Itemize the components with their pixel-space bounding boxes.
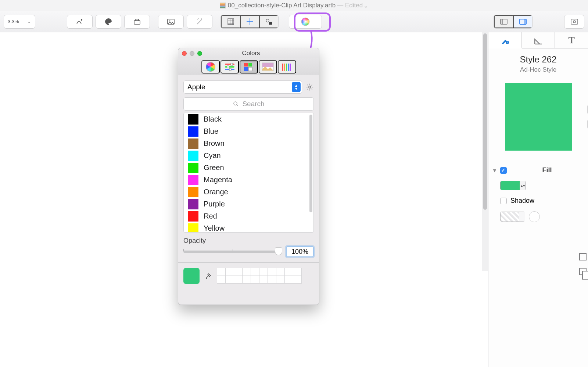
fill-section-label: Fill (510, 166, 584, 174)
svg-rect-27 (282, 64, 283, 71)
canvas-vertical-scrollbar[interactable] (482, 32, 488, 271)
color-list-item[interactable]: Cyan (184, 150, 313, 162)
inspector-tab-text[interactable]: T (555, 32, 588, 48)
preferences-button[interactable] (564, 15, 584, 29)
text-icon: T (569, 35, 575, 46)
opacity-label: Opacity (183, 237, 314, 245)
color-search-input[interactable]: Search (183, 97, 314, 111)
color-list-scrollbar[interactable] (309, 115, 312, 212)
grid-icon (226, 17, 235, 26)
title-chevron-down-icon[interactable]: ⌄ (363, 2, 368, 9)
color-list-item[interactable]: Purple (184, 198, 313, 210)
guides-toggle-button[interactable] (240, 15, 259, 28)
bounds-double-icon[interactable] (579, 268, 587, 275)
palette-select[interactable]: Apple ▲▼ (183, 80, 302, 94)
grid-toggle-button[interactable] (221, 15, 240, 28)
angle-knob[interactable] (529, 211, 540, 222)
colors-mode-toolbar (178, 58, 319, 75)
image-palettes-tab[interactable] (259, 60, 277, 73)
magic-wand-icon (195, 17, 204, 26)
fill-section-header[interactable]: ▼ ✓ Fill (492, 166, 584, 179)
color-sliders-tab[interactable] (220, 60, 239, 73)
pencils-tab[interactable] (278, 60, 296, 73)
color-chip (188, 114, 198, 125)
current-color-swatch[interactable] (183, 268, 200, 284)
left-panel-toggle-button[interactable] (494, 15, 513, 28)
inspector-panel: i T Style 262 Ad-Hoc Style (488, 32, 588, 367)
color-palettes-tab[interactable] (240, 60, 258, 73)
svg-rect-20 (229, 68, 231, 71)
document-icon (220, 3, 226, 8)
stepper-icon[interactable]: ▴▾ (520, 181, 526, 190)
color-wheel-icon (205, 61, 216, 72)
opacity-slider[interactable] (183, 251, 282, 253)
zoom-level-button[interactable]: 3.3% ⌄ (4, 15, 35, 29)
pencils-icon (282, 62, 293, 72)
opacity-value-field[interactable]: 100% (286, 246, 314, 257)
disclosure-triangle-icon[interactable]: ▼ (492, 168, 497, 173)
inspector-tab-geometry[interactable] (522, 32, 555, 48)
fill-enabled-checkbox[interactable]: ✓ (500, 167, 507, 174)
color-chip (188, 163, 198, 173)
colors-body: Apple ▲▼ Search BlackBlueBrownCyanGreenM… (178, 75, 319, 262)
color-list-item[interactable]: Orange (184, 186, 313, 198)
color-chip (188, 187, 198, 197)
colors-window-title: Colors (187, 50, 315, 57)
color-chip (188, 211, 198, 222)
eyedropper-button[interactable] (205, 272, 212, 280)
color-wheel-tab[interactable] (201, 60, 220, 73)
color-chip (188, 126, 198, 137)
colors-tool-button[interactable] (289, 15, 322, 29)
opacity-well[interactable] (500, 212, 525, 222)
color-chip (188, 151, 198, 161)
paint-tool-button[interactable] (96, 15, 121, 29)
color-list-item[interactable]: Magenta (184, 174, 313, 186)
palette-selected-label: Apple (187, 83, 205, 91)
inspector-tabs: i T (488, 32, 588, 48)
inspector-tab-style[interactable]: i (488, 32, 522, 48)
document-edited-status[interactable]: — Edited (337, 2, 363, 9)
saved-swatches-grid[interactable] (217, 268, 314, 284)
effects-tool-button[interactable] (187, 15, 212, 29)
library-tool-button[interactable] (124, 15, 150, 29)
draw-tool-button[interactable] (67, 15, 93, 29)
color-list-item[interactable]: Brown (184, 137, 313, 150)
color-list-item[interactable]: Black (184, 113, 313, 125)
color-name-label: Yellow (204, 224, 225, 233)
window-close-button[interactable] (182, 51, 187, 56)
color-name-label: Red (204, 212, 217, 220)
color-list-item[interactable]: Green (184, 162, 313, 174)
bounds-single-icon[interactable] (579, 253, 587, 260)
svg-rect-30 (288, 64, 289, 71)
panel-toggle-segmented (494, 15, 533, 29)
color-list[interactable]: BlackBlueBrownCyanGreenMagentaOrangePurp… (183, 113, 314, 233)
palette-settings-button[interactable] (306, 83, 314, 91)
svg-rect-1 (134, 21, 140, 24)
shadow-enabled-checkbox[interactable] (500, 198, 507, 204)
image-tool-button[interactable] (158, 15, 184, 29)
stepper-arrows-icon: ▲▼ (292, 82, 301, 92)
gear-window-icon (570, 17, 579, 26)
shadow-label: Shadow (510, 197, 534, 205)
style-subtitle-label: Ad-Hoc Style (492, 66, 584, 73)
search-icon (233, 101, 239, 107)
sidebar-left-icon (499, 17, 508, 26)
color-name-label: Orange (204, 188, 228, 196)
document-title: 00_collection-style-Clip Art Display.art… (228, 2, 336, 9)
snap-toggle-button[interactable] (259, 15, 278, 28)
color-name-label: Cyan (204, 151, 221, 160)
opacity-slider-thumb[interactable] (275, 247, 282, 255)
color-list-item[interactable]: Yellow (184, 222, 313, 233)
chevron-down-icon: ⌄ (27, 19, 31, 24)
svg-rect-15 (225, 64, 234, 65)
window-title-bar: 00_collection-style-Clip Art Display.art… (0, 0, 588, 11)
svg-rect-11 (524, 19, 526, 24)
svg-point-3 (169, 20, 170, 21)
image-icon (262, 62, 274, 71)
colors-titlebar[interactable]: Colors (178, 48, 319, 58)
fill-color-well[interactable]: ▴▾ (500, 181, 526, 190)
color-list-item[interactable]: Red (184, 210, 313, 222)
svg-rect-19 (227, 66, 229, 68)
color-list-item[interactable]: Blue (184, 125, 313, 137)
right-panel-toggle-button[interactable] (513, 15, 532, 28)
